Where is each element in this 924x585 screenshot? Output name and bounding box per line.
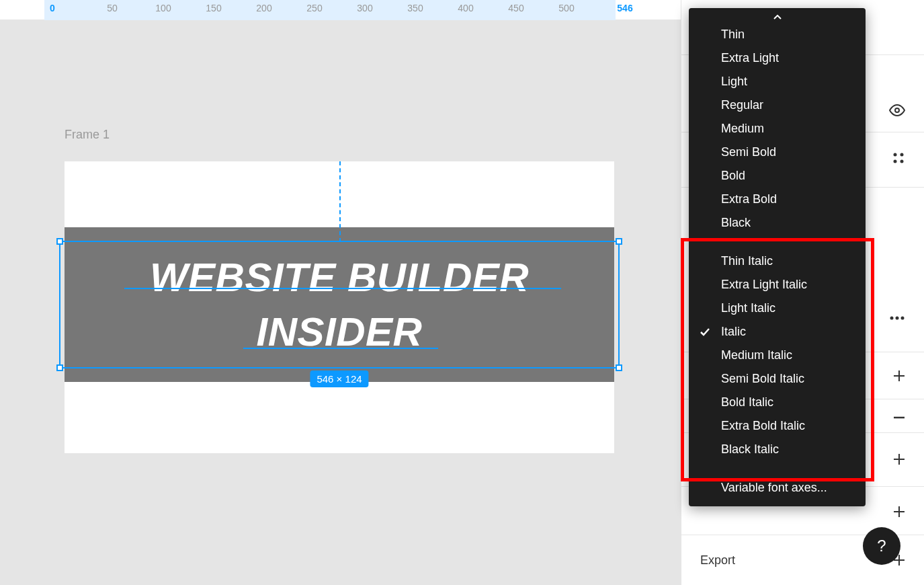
svg-point-1 <box>894 153 897 157</box>
variable-font-axes-option[interactable]: Variable font axes... <box>689 476 866 500</box>
font-weight-option-light-italic[interactable]: Light Italic <box>689 297 866 320</box>
help-icon: ? <box>877 537 886 555</box>
font-weight-option-medium-italic[interactable]: Medium Italic <box>689 344 866 367</box>
plus-icon[interactable] <box>893 453 905 465</box>
drag-handle-icon[interactable] <box>892 151 905 165</box>
frame-label[interactable]: Frame 1 <box>65 128 110 142</box>
ruler-tick: 300 <box>357 3 372 13</box>
font-weight-option-black[interactable]: Black <box>689 211 866 235</box>
font-weight-option-extra-light-italic[interactable]: Extra Light Italic <box>689 273 866 297</box>
font-weight-option-semi-bold-italic[interactable]: Semi Bold Italic <box>689 367 866 391</box>
ruler-ticks: 0 50 100 150 200 250 300 350 400 450 500… <box>0 0 681 20</box>
text-block[interactable]: WEBSITE BUILDER INSIDER <box>65 227 614 382</box>
font-weight-option-regular[interactable]: Regular <box>689 93 866 117</box>
svg-point-3 <box>894 160 897 163</box>
ruler-tick: 100 <box>155 3 171 13</box>
svg-point-5 <box>890 317 894 320</box>
font-weight-option-extra-light[interactable]: Extra Light <box>689 46 866 70</box>
ruler-tick: 150 <box>206 3 221 13</box>
font-weight-option-extra-bold[interactable]: Extra Bold <box>689 188 866 211</box>
ruler-tick: 250 <box>306 3 322 13</box>
svg-point-4 <box>900 160 904 163</box>
font-weight-option-italic[interactable]: Italic <box>689 320 866 344</box>
resize-handle-tr[interactable] <box>616 238 622 245</box>
resize-handle-br[interactable] <box>616 364 622 371</box>
resize-handle-bl[interactable] <box>56 364 63 371</box>
more-options-icon[interactable] <box>889 315 905 321</box>
minus-icon[interactable] <box>893 412 905 424</box>
plus-icon[interactable] <box>893 370 905 382</box>
ruler-tick: 546 <box>617 3 632 13</box>
ruler-tick: 0 <box>50 3 55 13</box>
frame[interactable]: WEBSITE BUILDER INSIDER <box>65 161 614 453</box>
ruler-tick: 400 <box>458 3 473 13</box>
ruler-tick: 50 <box>107 3 118 13</box>
menu-separator <box>689 461 866 476</box>
help-button[interactable]: ? <box>863 527 900 565</box>
ruler-tick: 450 <box>508 3 523 13</box>
ruler-tick: 500 <box>558 3 574 13</box>
check-icon <box>700 327 710 338</box>
svg-point-7 <box>901 317 905 320</box>
text-content[interactable]: WEBSITE BUILDER INSIDER <box>65 250 614 359</box>
svg-point-2 <box>900 153 904 157</box>
font-weight-option-light[interactable]: Light <box>689 70 866 93</box>
font-weight-option-bold-italic[interactable]: Bold Italic <box>689 391 866 414</box>
font-weight-dropdown[interactable]: Thin Extra Light Light Regular Medium Se… <box>689 8 866 506</box>
scroll-up-icon[interactable] <box>689 12 866 23</box>
export-label: Export <box>700 553 735 568</box>
font-weight-option-extra-bold-italic[interactable]: Extra Bold Italic <box>689 414 866 438</box>
text-baseline-guide <box>243 348 438 349</box>
text-baseline-guide <box>124 288 561 289</box>
font-weight-option-medium[interactable]: Medium <box>689 117 866 141</box>
canvas[interactable]: Frame 1 WEBSITE BUILDER INSIDER 546 × 12… <box>0 20 681 585</box>
font-weight-option-semi-bold[interactable]: Semi Bold <box>689 141 866 164</box>
resize-handle-tl[interactable] <box>56 238 63 245</box>
font-weight-option-black-italic[interactable]: Black Italic <box>689 438 866 461</box>
plus-icon[interactable] <box>893 506 905 518</box>
ruler-tick: 200 <box>256 3 271 13</box>
font-weight-option-thin[interactable]: Thin <box>689 23 866 46</box>
svg-point-0 <box>895 108 899 112</box>
ruler-tick: 350 <box>407 3 423 13</box>
visibility-icon[interactable] <box>889 102 905 118</box>
ruler[interactable]: 0 50 100 150 200 250 300 350 400 450 500… <box>0 0 681 20</box>
menu-separator <box>689 235 866 249</box>
font-weight-option-thin-italic[interactable]: Thin Italic <box>689 249 866 273</box>
font-weight-option-bold[interactable]: Bold <box>689 164 866 188</box>
svg-point-6 <box>896 317 899 320</box>
